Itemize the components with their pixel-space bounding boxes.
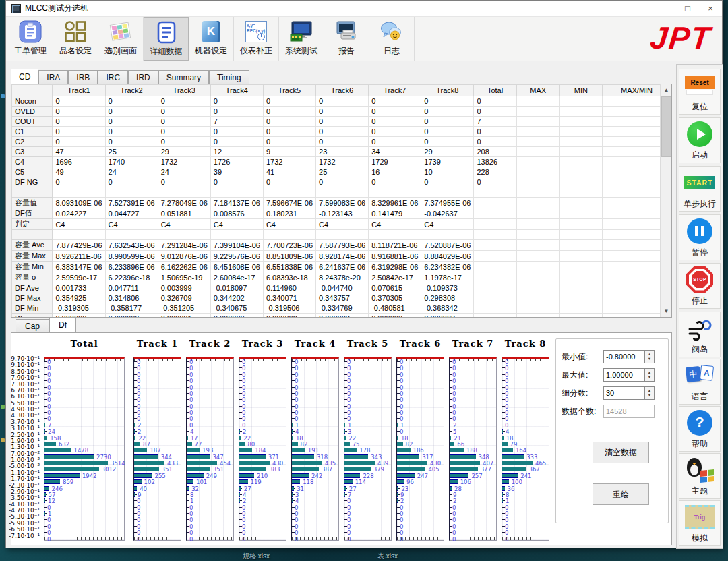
bar [397, 467, 425, 471]
bar [397, 442, 403, 446]
desktop-file-label[interactable]: 规格.xlsx [243, 552, 270, 561]
stop-button[interactable]: STOP 停止 [679, 263, 721, 309]
plot-area: 0000000000132275178343439379228114277000… [344, 357, 392, 541]
start-run-button[interactable]: 启动 [679, 117, 721, 163]
cell: 7.599083E-06 [316, 198, 369, 208]
bar [292, 436, 293, 440]
min-value-input[interactable]: -0.80000 [603, 350, 645, 363]
desktop-file-label[interactable]: 表.xlsx [377, 552, 398, 561]
cell [516, 293, 559, 303]
bar [44, 442, 56, 446]
cell: 0.344202 [210, 293, 263, 303]
toolbar-button-report[interactable]: 报告 [324, 17, 369, 61]
help-button[interactable]: ? 帮助 [679, 406, 721, 452]
max-value-spinner[interactable]: ▲▼ [645, 368, 655, 382]
bar [187, 429, 187, 434]
toolbar-button-detail-data[interactable]: 详细数据 [144, 17, 189, 61]
bar-value: 0 [137, 536, 140, 543]
bar [292, 442, 298, 446]
tab-df[interactable]: Df [49, 318, 76, 332]
redraw-button[interactable]: 重绘 [593, 483, 649, 505]
theme-button[interactable]: 主题 [679, 453, 721, 499]
bar [44, 492, 46, 497]
row-label: 容量值 [12, 198, 53, 208]
tab-ira[interactable]: IRA [38, 70, 68, 84]
close-button[interactable]: × [699, 1, 722, 16]
table-scrollbar[interactable]: ▲ ▼ [660, 84, 671, 317]
scroll-up-arrow[interactable]: ▲ [661, 84, 672, 96]
column-header: MAX [516, 85, 559, 96]
cell: 6.241637E-06 [316, 262, 369, 272]
cell: 7.596674E-06 [263, 198, 315, 208]
cell: 0 [263, 127, 315, 137]
bar [397, 461, 427, 465]
max-value-input[interactable]: 1.00000 [603, 368, 645, 382]
clear-data-button[interactable]: 清空数据 [593, 442, 649, 463]
toolbar-button-work-order[interactable]: 工单管理 [8, 17, 53, 61]
tab-cap[interactable]: Cap [16, 319, 49, 332]
bar [239, 498, 240, 503]
cell: 8.916881E-06 [369, 251, 421, 262]
cell: 23 [316, 147, 369, 157]
tab-summary[interactable]: Summary [158, 70, 209, 84]
reset-button[interactable]: Reset 复位 [679, 69, 721, 115]
bar [239, 436, 241, 440]
toolbar-button-meter-correction[interactable]: x,y=RPC(x,y) 仪表补正 [234, 17, 279, 61]
tab-ird[interactable]: IRD [128, 70, 158, 84]
cell: 0 [263, 137, 315, 147]
title-bar[interactable]: MLCC测试分选机 – □ × [6, 1, 722, 17]
toolbar-button-system-test[interactable]: 系统测试 [279, 17, 324, 61]
cell: 0.024227 [53, 208, 105, 219]
bins-input[interactable]: 30 [603, 386, 645, 400]
tab-irc[interactable]: IRC [98, 70, 128, 84]
chart-title: Track 8 [502, 338, 549, 353]
bar [292, 423, 293, 427]
cell [474, 293, 516, 303]
table-row [12, 187, 671, 198]
language-button[interactable]: 中A 语言 [679, 359, 721, 405]
cell [516, 117, 559, 127]
bins-spinner[interactable]: ▲▼ [645, 386, 655, 400]
desktop-icon-fragment [1, 405, 5, 409]
tab-timing[interactable]: Timing [209, 70, 249, 84]
cell: 0.000000 [105, 314, 158, 318]
bar [502, 429, 503, 434]
min-value-spinner[interactable]: ▲▼ [645, 350, 655, 363]
toolbar-button-product-setup[interactable]: 品名设定 [53, 17, 98, 61]
single-step-button[interactable]: START 单步执行 [679, 166, 721, 212]
bar [239, 429, 240, 434]
toolbar-button-log[interactable]: 日志 [369, 17, 415, 61]
valve-island-button[interactable]: 阀岛 [679, 312, 721, 357]
cell: 0 [105, 117, 158, 127]
minimize-button[interactable]: – [653, 1, 676, 16]
cell [559, 230, 602, 240]
maximize-button[interactable]: □ [676, 1, 699, 16]
tab-irb[interactable]: IRB [68, 70, 98, 84]
pause-button[interactable]: 暂停 [679, 214, 721, 260]
bar [502, 442, 508, 446]
table-row: 容量 Ave7.877429E-067.632543E-067.291284E-… [12, 240, 671, 251]
simulate-button[interactable]: Trig 模拟 [679, 500, 721, 546]
scrollbar-thumb[interactable] [661, 96, 671, 157]
cell: 8.329961E-06 [369, 198, 421, 208]
tab-cd[interactable]: CD [11, 69, 38, 84]
bar [397, 486, 398, 491]
bar [397, 492, 398, 497]
scroll-down-arrow[interactable]: ▼ [661, 305, 672, 317]
control-sidebar: Reset 复位 启动 START 单步执行 暂停 STOP 停止 阀岛 [676, 64, 723, 549]
row-label: C5 [12, 167, 53, 177]
toolbar-button-machine-setup[interactable]: K 机器设定 [189, 17, 234, 61]
bar [450, 473, 468, 478]
column-header: Track1 [53, 85, 105, 96]
cell: 0.141479 [369, 208, 421, 219]
cell: -0.368342 [421, 303, 474, 314]
cell: -0.109373 [421, 283, 474, 293]
row-label: 容量 Min [12, 262, 53, 272]
cell: 0.000000 [210, 314, 263, 318]
cell: 0.000001 [158, 314, 210, 318]
y-axis-label: -7.10·10⁻¹ [9, 533, 40, 539]
cell: 208 [474, 147, 516, 157]
cell: 47 [53, 147, 105, 157]
bar [134, 436, 135, 440]
toolbar-button-sorting-screen[interactable]: 选别画面 [98, 17, 144, 61]
